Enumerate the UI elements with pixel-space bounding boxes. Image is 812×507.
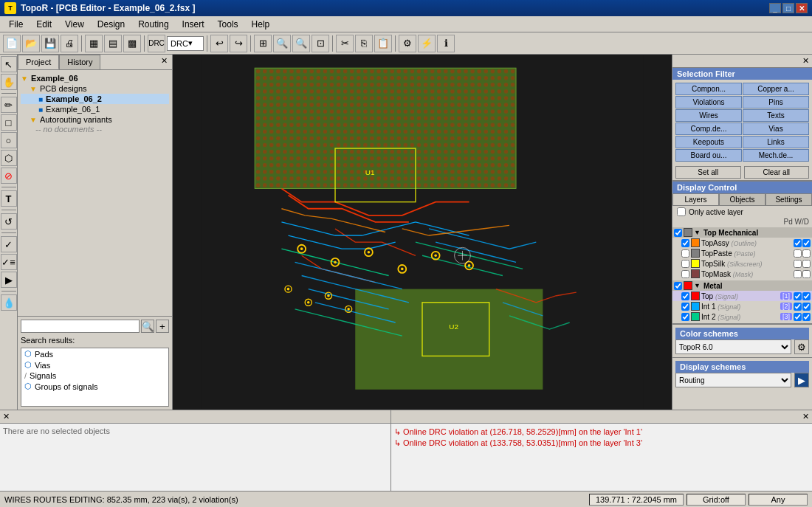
menu-help[interactable]: Help [246, 18, 276, 31]
tool-select[interactable]: ↖ [1, 56, 17, 72]
tool-forbidden[interactable]: ⊘ [1, 168, 17, 184]
menu-tools[interactable]: Tools [212, 18, 244, 31]
drc-message-1[interactable]: ↳ Online DRC violation at (126.718, 58.2… [394, 427, 809, 438]
tool-play[interactable]: ▶ [1, 272, 17, 288]
sf-btn-wires[interactable]: Wires [675, 109, 742, 122]
tool-rotate[interactable]: ↺ [1, 213, 17, 230]
tool-paint[interactable]: 💧 [1, 294, 17, 311]
menu-view[interactable]: View [59, 18, 90, 31]
layer-toppaste-pd-d[interactable] [802, 249, 811, 258]
sf-btn-violations[interactable]: Violations [675, 96, 742, 108]
layer-group-tm-checkbox[interactable] [674, 229, 682, 237]
sf-btn-mech[interactable]: Mech.de... [743, 149, 809, 162]
layer-int2-pd-d[interactable] [802, 313, 811, 321]
toolbar-zoom-out[interactable]: 🔍 [292, 35, 310, 52]
toolbar-copy[interactable]: ⎘ [355, 35, 373, 52]
layer-toppaste-pd-w[interactable] [794, 249, 802, 258]
toolbar-zoom-area[interactable]: ⊡ [312, 35, 329, 52]
layer-topassy-pd-w[interactable] [794, 239, 802, 247]
tab-history[interactable]: History [59, 55, 100, 69]
layer-topmask-checkbox[interactable] [681, 270, 689, 278]
drc-message-2[interactable]: ↳ Online DRC violation at (133.758, 53.0… [394, 438, 809, 449]
panel-left-close-button[interactable]: ✕ [3, 412, 10, 421]
toolbar-save[interactable]: 💾 [41, 35, 59, 52]
layer-int2-checkbox[interactable] [681, 313, 689, 321]
canvas-area[interactable]: U1 U2 [173, 55, 672, 410]
tab-project[interactable]: Project [18, 55, 59, 69]
search-input[interactable] [21, 320, 140, 333]
tool-poly[interactable]: ⬡ [1, 150, 17, 166]
menu-edit[interactable]: Edit [30, 18, 58, 31]
sf-btn-texts[interactable]: Texts [743, 109, 809, 122]
search-cat-signals[interactable]: / Signals [21, 370, 168, 381]
menu-file[interactable]: File [3, 18, 29, 31]
sf-btn-components[interactable]: Compon... [675, 83, 742, 95]
layer-topsilk-pd-d[interactable] [802, 260, 811, 268]
set-all-button[interactable]: Set all [675, 166, 741, 179]
right-panel-close-button[interactable]: ✕ [672, 55, 812, 68]
sf-btn-vias[interactable]: Vias [743, 123, 809, 135]
layer-topassy-pd-d[interactable] [802, 239, 811, 247]
only-active-layer-checkbox[interactable] [677, 207, 686, 216]
tree-example-06-2[interactable]: ■ Example_06_2 [21, 94, 169, 104]
maximize-button[interactable]: □ [782, 3, 794, 13]
layer-int1-pd-w[interactable] [794, 303, 802, 311]
toolbar-cut[interactable]: ✂ [336, 35, 354, 52]
toolbar-paste[interactable]: 📋 [374, 35, 392, 52]
toolbar-zoom-fit[interactable]: ⊞ [254, 35, 272, 52]
close-button[interactable]: ✕ [796, 3, 808, 13]
toolbar-img4[interactable]: DRC [148, 35, 165, 52]
menu-design[interactable]: Design [92, 18, 131, 31]
tool-draw[interactable]: ✏ [1, 97, 17, 113]
toolbar-redo[interactable]: ↪ [230, 35, 247, 52]
toolbar-info[interactable]: ℹ [437, 35, 455, 52]
toolbar-route[interactable]: ⚡ [418, 35, 436, 52]
search-icon-btn[interactable]: 🔍 [141, 320, 154, 333]
layer-group-header-metal[interactable]: ▼ Metal [672, 280, 812, 291]
tree-root[interactable]: ▼ Example_06 [21, 73, 169, 83]
toolbar-drc-combo[interactable]: DRC ▾ [167, 36, 204, 51]
tool-check2[interactable]: ✓≡ [1, 254, 17, 270]
layer-group-header-tm[interactable]: ▼ Top Mechanical [672, 227, 812, 238]
search-cat-pads[interactable]: ⬡ Pads [21, 348, 168, 359]
layer-topsilk-checkbox[interactable] [681, 260, 689, 268]
search-cat-vias[interactable]: ⬡ Vias [21, 359, 168, 370]
toolbar-undo[interactable]: ↩ [210, 35, 228, 52]
layer-int2-pd-w[interactable] [794, 313, 802, 321]
sf-btn-pins[interactable]: Pins [743, 96, 809, 108]
search-add-btn[interactable]: + [156, 320, 169, 333]
panel-right-close-button[interactable]: ✕ [802, 412, 809, 421]
tool-text[interactable]: T [1, 190, 17, 207]
toolbar-print[interactable]: 🖨 [61, 35, 78, 52]
layer-toppaste-checkbox[interactable] [681, 249, 689, 258]
layer-topmask-pd-w[interactable] [794, 270, 802, 278]
sf-btn-keepouts[interactable]: Keepouts [675, 136, 742, 148]
tree-autorouting[interactable]: ▼ Autorouting variants [21, 114, 169, 125]
layer-top-checkbox[interactable] [681, 292, 689, 300]
toolbar-open[interactable]: 📂 [22, 35, 40, 52]
toolbar-new[interactable]: 📄 [3, 35, 21, 52]
tool-pan[interactable]: ✋ [1, 74, 17, 90]
tool-circle[interactable]: ○ [1, 132, 17, 148]
search-cat-groups[interactable]: ⬡ Groups of signals [21, 381, 168, 392]
menu-routing[interactable]: Routing [132, 18, 174, 31]
toolbar-img2[interactable]: ▤ [104, 35, 122, 52]
tool-rect[interactable]: □ [1, 114, 17, 131]
tab-objects[interactable]: Objects [719, 193, 765, 205]
layer-int1-checkbox[interactable] [681, 303, 689, 311]
sf-btn-board[interactable]: Board ou... [675, 149, 742, 162]
layer-top-pd-w[interactable] [794, 292, 802, 300]
display-scheme-apply-btn[interactable]: ▶ [794, 373, 809, 387]
sf-btn-links[interactable]: Links [743, 136, 809, 148]
tab-layers[interactable]: Layers [672, 193, 719, 205]
layer-top-pd-d[interactable] [802, 292, 811, 300]
layer-group-metal-checkbox[interactable] [674, 282, 682, 290]
sf-btn-comp-de[interactable]: Comp.de... [675, 123, 742, 135]
layer-topsilk-pd-w[interactable] [794, 260, 802, 268]
sf-btn-copper[interactable]: Copper a... [743, 83, 809, 95]
layer-int1-pd-d[interactable] [802, 303, 811, 311]
tree-pcb-designs[interactable]: ▼ PCB designs [21, 83, 169, 94]
tool-check[interactable]: ✓ [1, 236, 17, 252]
project-close-button[interactable]: ✕ [156, 55, 172, 69]
menu-insert[interactable]: Insert [176, 18, 210, 31]
